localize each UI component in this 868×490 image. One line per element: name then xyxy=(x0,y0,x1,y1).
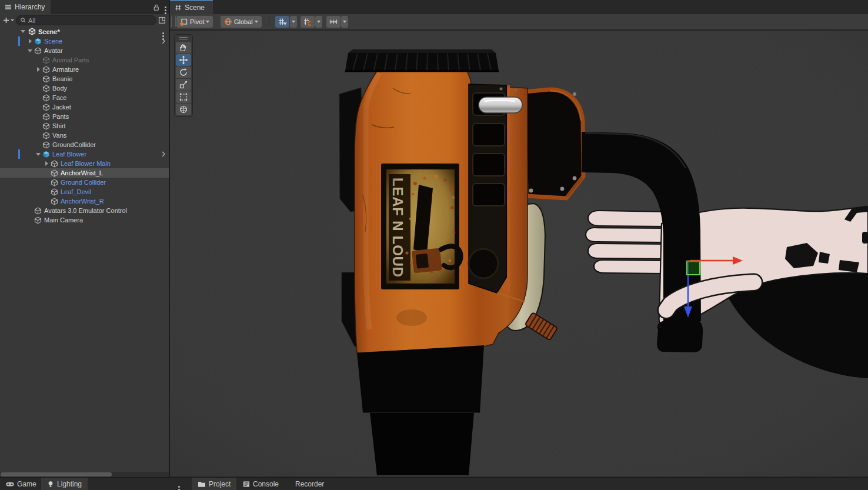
hierarchy-item-leaf-devil[interactable]: Leaf_Devil xyxy=(0,187,169,196)
global-dropdown-caret xyxy=(255,21,258,23)
tab-recorder[interactable]: Recorder xyxy=(289,478,330,490)
hierarchy-item-beanie[interactable]: Beanie xyxy=(0,74,169,84)
move-tool-icon xyxy=(179,55,188,65)
lightbulb-icon xyxy=(47,481,54,488)
hierarchy-search-row: All xyxy=(0,14,169,26)
hierarchy-item-vans[interactable]: Vans xyxy=(0,131,169,140)
globe-icon xyxy=(224,18,232,26)
prefab-cube-icon xyxy=(42,151,50,158)
foldout-icon[interactable] xyxy=(42,159,51,168)
scene-view-panel: Scene Pivot Global xyxy=(170,0,868,477)
hierarchy-list-icon xyxy=(5,4,12,11)
hand-tool-icon xyxy=(179,43,188,52)
console-icon xyxy=(243,481,250,488)
lock-icon[interactable] xyxy=(152,4,160,11)
hierarchy-item-main-camera[interactable]: Main Camera xyxy=(0,215,169,225)
grid-snap-dropdown[interactable] xyxy=(290,16,297,28)
hierarchy-menu-icon[interactable] xyxy=(165,6,166,8)
foldout-icon[interactable] xyxy=(34,149,42,159)
gizmo-plane-handle[interactable] xyxy=(687,261,700,275)
view-tool-button[interactable] xyxy=(176,42,191,54)
hierarchy-search-input[interactable]: All xyxy=(16,15,156,25)
foldout-icon[interactable] xyxy=(34,65,42,74)
toolbar-grip[interactable] xyxy=(171,16,176,27)
hierarchy-horizontal-scrollbar[interactable] xyxy=(0,472,169,477)
cube-icon xyxy=(42,85,50,92)
cube-icon xyxy=(51,179,58,186)
transform-tool-button[interactable] xyxy=(176,104,191,115)
grid-tab-icon xyxy=(175,4,182,11)
tab-game[interactable]: Game xyxy=(0,478,42,490)
unity-scene-icon xyxy=(28,28,36,35)
increment-snap-dropdown[interactable] xyxy=(315,16,322,28)
global-mode-button[interactable]: Global xyxy=(221,16,262,28)
hierarchy-item-ground-collider[interactable]: Ground Collider xyxy=(0,178,169,187)
grid-size-button[interactable] xyxy=(326,16,340,28)
cube-icon xyxy=(34,216,42,224)
scrollbar-thumb[interactable] xyxy=(1,472,112,476)
grid-size-icon xyxy=(329,18,338,26)
tab-project[interactable]: Project xyxy=(192,478,236,490)
rect-tool-button[interactable] xyxy=(176,91,191,103)
cube-icon xyxy=(51,198,58,205)
scale-tool-button[interactable] xyxy=(176,79,191,91)
rect-tool-icon xyxy=(179,92,188,102)
rotate-tool-button[interactable] xyxy=(176,66,191,78)
scene-asset-header[interactable]: Scene* xyxy=(0,26,169,36)
bottom-tab-bar: Game Lighting Project Console Recorder xyxy=(0,477,868,490)
scene-tab-label: Scene xyxy=(185,4,205,12)
cube-icon xyxy=(42,104,50,111)
hierarchy-item-groundcollider[interactable]: GroundCollider xyxy=(0,140,169,149)
increment-snap-button[interactable] xyxy=(301,16,315,28)
hierarchy-tab-strip: Hierarchy xyxy=(0,0,169,14)
tab-hierarchy[interactable]: Hierarchy xyxy=(0,0,51,14)
hierarchy-item-pants[interactable]: Pants xyxy=(0,112,169,121)
blower-round-button xyxy=(469,249,498,278)
hierarchy-item-face[interactable]: Face xyxy=(0,93,169,102)
bottom-pane-menu-icon[interactable] xyxy=(178,479,180,490)
grid-snap-toggle[interactable] xyxy=(275,16,289,28)
scene-viewport[interactable]: LEAF N LOUD xyxy=(170,31,868,476)
hierarchy-item-avatars-emulator[interactable]: Avatars 3.0 Emulator Control xyxy=(0,206,169,215)
hierarchy-item-animal-parts[interactable]: Animal Parts xyxy=(0,55,169,65)
chevron-right-icon[interactable] xyxy=(161,38,166,45)
create-dropdown-caret xyxy=(11,19,14,21)
tab-lighting[interactable]: Lighting xyxy=(41,478,88,490)
foldout-icon[interactable] xyxy=(26,46,34,55)
palette-drag-handle[interactable] xyxy=(175,35,192,41)
cube-icon xyxy=(42,75,50,83)
foldout-icon[interactable] xyxy=(26,36,34,46)
dropdown-caret xyxy=(343,21,346,23)
pivot-mode-button[interactable]: Pivot xyxy=(176,16,213,28)
cube-icon xyxy=(34,207,42,215)
search-window-icon[interactable] xyxy=(158,16,166,24)
cube-icon xyxy=(42,56,50,64)
hierarchy-item-jacket[interactable]: Jacket xyxy=(0,102,169,112)
grid-snap-y-icon xyxy=(278,18,287,26)
hierarchy-item-scene[interactable]: Scene xyxy=(0,36,169,46)
move-tool-button[interactable] xyxy=(176,54,191,66)
hierarchy-item-anchorwrist-r[interactable]: AnchorWrist_R xyxy=(0,196,169,206)
scale-tool-icon xyxy=(179,80,188,89)
hierarchy-item-leaf-blower-main[interactable]: Leaf Blower Main xyxy=(0,159,169,168)
hierarchy-panel: Hierarchy All Scene* xyxy=(0,0,169,477)
scene-tool-palette xyxy=(174,34,193,117)
tab-scene[interactable]: Scene xyxy=(170,0,213,14)
hierarchy-item-anchorwrist-l[interactable]: AnchorWrist_L xyxy=(0,168,169,178)
create-object-button[interactable] xyxy=(3,17,14,24)
hierarchy-item-shirt[interactable]: Shirt xyxy=(0,121,169,131)
cube-icon xyxy=(42,113,50,121)
blower-poster: LEAF N LOUD xyxy=(381,164,461,289)
scene-foldout[interactable] xyxy=(19,27,27,36)
tab-console[interactable]: Console xyxy=(237,478,285,490)
folder-icon xyxy=(198,481,206,488)
cube-icon xyxy=(42,141,50,149)
pivot-dropdown-caret xyxy=(206,21,209,23)
hierarchy-item-body[interactable]: Body xyxy=(0,84,169,93)
hierarchy-item-armature[interactable]: Armature xyxy=(0,65,169,74)
hierarchy-item-leaf-blower[interactable]: Leaf Blower xyxy=(0,149,169,159)
hierarchy-item-avatar[interactable]: Avatar xyxy=(0,46,169,55)
chevron-right-icon[interactable] xyxy=(161,151,166,158)
grid-size-dropdown[interactable] xyxy=(341,16,348,28)
scene-menu-icon[interactable] xyxy=(162,28,164,35)
